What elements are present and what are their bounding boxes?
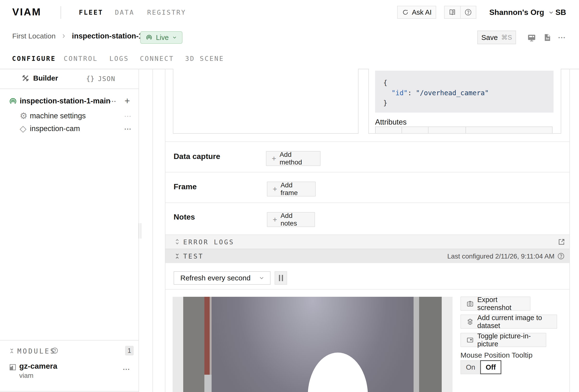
export-screenshot-button[interactable]: Export screenshot <box>460 297 530 311</box>
plus-icon: + <box>273 185 277 193</box>
pause-icon <box>282 275 283 281</box>
attributes-col-3 <box>429 127 466 134</box>
scene-pillar-right <box>419 297 442 392</box>
refresh-rate-select[interactable]: Refresh every second <box>174 271 271 285</box>
tab-3d-scene[interactable]: 3D SCENE <box>185 55 224 62</box>
add-notes-button[interactable]: + Add notes <box>267 212 315 227</box>
scene-field <box>212 297 414 392</box>
viam-logo[interactable]: VIAM <box>12 6 41 18</box>
modules-panel: MODULES 1 gz-camera viam ••• <box>0 340 139 392</box>
breadcrumb-location[interactable]: First Location <box>12 32 56 40</box>
logo-divider <box>61 6 61 19</box>
plus-icon: + <box>273 216 277 224</box>
inspection-cam-more-menu[interactable]: ••• <box>125 127 132 132</box>
org-name: Shannon's Org <box>489 8 544 17</box>
modules-collapse-icon[interactable] <box>8 347 15 354</box>
module-item[interactable]: gz-camera viam ••• <box>0 362 139 381</box>
org-switcher[interactable]: Shannon's Org <box>489 8 554 17</box>
live-status-badge[interactable]: Live <box>140 31 183 44</box>
section-divider <box>165 172 569 172</box>
component-config-right-panel: { "id": "/overhead_camera" } Attributes <box>368 69 561 134</box>
add-to-dataset-button[interactable]: Add current image to dataset <box>460 314 557 329</box>
tab-logs[interactable]: LOGS <box>109 55 129 62</box>
docs-help-group <box>444 6 476 19</box>
camera-stream-image[interactable] <box>173 297 452 392</box>
plus-icon: + <box>272 155 276 162</box>
modules-help-icon[interactable] <box>51 347 59 354</box>
content-left-border <box>152 69 153 392</box>
nav-tab-fleet[interactable]: FLEET <box>79 9 103 16</box>
docs-book-icon[interactable] <box>444 6 461 18</box>
add-notes-label: Add notes <box>281 212 309 227</box>
sidebar-resize-handle[interactable] <box>139 223 142 238</box>
chevron-down-icon <box>548 9 554 16</box>
mouse-tooltip-toggle: On Off <box>460 360 501 374</box>
module-icon <box>9 363 17 371</box>
toggle-on-button[interactable]: On <box>460 360 480 374</box>
avatar[interactable]: SB <box>555 8 566 17</box>
error-logs-bar[interactable]: ERROR LOGS <box>165 235 569 249</box>
toggle-pip-label: Toggle picture-in-picture <box>477 332 541 348</box>
viam-app: VIAM FLEET DATA REGISTRY Ask AI <box>0 0 579 392</box>
tab-control[interactable]: CONTROL <box>64 55 98 62</box>
expand-section-icon <box>174 238 181 245</box>
main-part-more-menu[interactable]: ••• <box>109 99 117 104</box>
tab-connect[interactable]: CONNECT <box>140 55 174 62</box>
machine-more-menu[interactable]: ••• <box>558 35 566 40</box>
live-signal-icon <box>145 34 153 41</box>
ask-ai-button[interactable]: Ask AI <box>397 6 436 19</box>
code-line-close: } <box>383 98 554 108</box>
scene-strip-right <box>414 297 419 392</box>
nav-tab-registry[interactable]: REGISTRY <box>147 9 186 16</box>
tab-configure[interactable]: CONFIGURE <box>12 55 56 62</box>
picture-in-picture-icon <box>466 336 474 344</box>
tree-item-machine-settings[interactable]: ⚙ machine settings ••• <box>0 111 139 122</box>
scene-stripe-edge <box>210 297 212 375</box>
pause-refresh-button[interactable] <box>275 271 287 285</box>
breadcrumb: First Location inspection-station-1 <box>12 32 143 40</box>
test-bar[interactable]: TEST Last configured 2/11/26, 9:11:04 AM <box>165 249 569 263</box>
open-in-new-icon[interactable] <box>557 238 566 246</box>
builder-json-toggle: Builder {} JSON <box>0 69 139 89</box>
logs-document-icon[interactable] <box>543 33 552 42</box>
section-divider <box>165 141 569 142</box>
help-icon[interactable] <box>461 6 476 18</box>
main-part-signal-icon <box>9 97 17 106</box>
toggle-off-button[interactable]: Off <box>480 360 501 374</box>
add-to-dataset-label: Add current image to dataset <box>477 314 551 330</box>
diamond-icon: ◇ <box>20 123 26 134</box>
toggle-pip-button[interactable]: Toggle picture-in-picture <box>460 333 546 347</box>
module-more-menu[interactable]: ••• <box>123 367 130 372</box>
collapse-section-icon <box>174 252 181 260</box>
json-mode-button[interactable]: {} JSON <box>86 75 115 83</box>
module-org: viam <box>19 372 33 380</box>
attributes-heading: Attributes <box>375 118 407 127</box>
builder-mode-button[interactable]: Builder <box>22 74 58 82</box>
add-frame-button[interactable]: + Add frame <box>267 182 316 196</box>
tree-item-inspection-cam[interactable]: ◇ inspection-cam ••• <box>0 123 139 134</box>
camera-icon <box>466 300 474 308</box>
gear-icon: ⚙ <box>20 111 27 121</box>
card-right-border <box>569 69 570 392</box>
add-component-button[interactable]: + <box>125 96 130 106</box>
mouse-tooltip-label: Mouse Position Tooltip <box>460 351 533 359</box>
section-divider <box>165 203 569 203</box>
machine-settings-more-menu[interactable]: ••• <box>125 114 132 119</box>
test-help-icon[interactable] <box>557 252 565 260</box>
builder-label: Builder <box>33 74 58 82</box>
control-preview-icon[interactable] <box>527 33 536 42</box>
nav-tab-data[interactable]: DATA <box>115 9 135 16</box>
code-sep: : <box>408 89 416 97</box>
scene-wall-right-light <box>442 297 452 392</box>
tree-item-main-part[interactable]: inspection-station-1-main ••• + <box>0 96 139 107</box>
test-label: TEST <box>183 252 204 260</box>
save-button[interactable]: Save ⌘S <box>477 31 516 44</box>
add-method-button[interactable]: + Add method <box>266 151 320 166</box>
refresh-rate-value: Refresh every second <box>174 274 251 282</box>
data-capture-label: Data capture <box>174 152 220 161</box>
machine-name: inspection-station-1 <box>72 32 143 40</box>
scene-sphere <box>308 353 368 392</box>
modules-header: MODULES <box>17 347 56 355</box>
top-navbar: VIAM FLEET DATA REGISTRY Ask AI <box>0 0 579 25</box>
scene-red-stripe <box>204 297 210 375</box>
